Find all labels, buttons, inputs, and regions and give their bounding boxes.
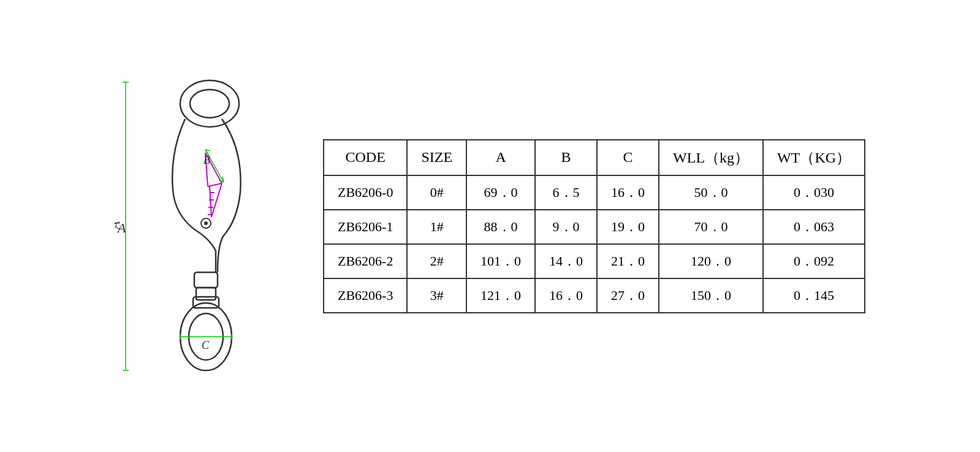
table-header-cell: A [466, 140, 535, 175]
svg-text:A: A [116, 220, 126, 236]
table-cell: 19．0 [597, 210, 659, 244]
table-cell: 88．0 [466, 210, 535, 244]
table-cell: ZB6206-3 [324, 278, 407, 313]
table-cell: 14．0 [535, 244, 597, 278]
table-cell: 70．0 [659, 210, 763, 244]
table-cell: 0．030 [763, 175, 865, 210]
svg-text:C: C [202, 339, 210, 351]
table-cell: ZB6206-2 [324, 244, 407, 278]
table-header-cell: WT（KG） [763, 140, 865, 175]
table-cell: 101．0 [466, 244, 535, 278]
specs-table-container: CODESIZEABCWLL（kg）WT（KG） ZB6206-00#69．06… [323, 139, 865, 313]
svg-point-5 [180, 80, 239, 127]
svg-line-15 [210, 186, 211, 217]
table-cell: 1# [407, 210, 466, 244]
table-cell: ZB6206-1 [324, 210, 407, 244]
table-row: ZB6206-22#101．014．021．0120．00．092 [324, 244, 865, 278]
table-header-cell: WLL（kg） [659, 140, 763, 175]
table-cell: 120．0 [659, 244, 763, 278]
table-cell: 0．063 [763, 210, 865, 244]
table-cell: ZB6206-0 [324, 175, 407, 210]
table-header-cell: SIZE [407, 140, 466, 175]
table-cell: 2# [407, 244, 466, 278]
svg-point-6 [190, 90, 229, 118]
table-cell: 50．0 [659, 175, 763, 210]
svg-rect-7 [194, 272, 218, 288]
table-cell: 3# [407, 278, 466, 313]
svg-point-32 [204, 221, 208, 225]
table-cell: 150．0 [659, 278, 763, 313]
specs-table: CODESIZEABCWLL（kg）WT（KG） ZB6206-00#69．06… [323, 139, 865, 313]
product-diagram: A A [115, 55, 286, 398]
table-cell: 0．145 [763, 278, 865, 313]
main-container: A A [90, 30, 890, 423]
svg-line-14 [208, 183, 222, 186]
table-cell: 9．0 [535, 210, 597, 244]
table-header-cell: B [535, 140, 597, 175]
table-cell: 0．092 [763, 244, 865, 278]
table-cell: 21．0 [597, 244, 659, 278]
table-row: ZB6206-33#121．016．027．0150．00．145 [324, 278, 865, 313]
table-cell: 16．0 [597, 175, 659, 210]
table-header-row: CODESIZEABCWLL（kg）WT（KG） [324, 140, 865, 175]
svg-text:B: B [203, 154, 210, 166]
table-cell: 27．0 [597, 278, 659, 313]
table-row: ZB6206-11#88．09．019．070．00．063 [324, 210, 865, 244]
svg-rect-8 [196, 288, 216, 300]
table-row: ZB6206-00#69．06．516．050．00．030 [324, 175, 865, 210]
table-cell: 16．0 [535, 278, 597, 313]
table-cell: 6．5 [535, 175, 597, 210]
table-header-cell: C [597, 140, 659, 175]
table-cell: 121．0 [466, 278, 535, 313]
table-cell: 0# [407, 175, 466, 210]
table-cell: 69．0 [466, 175, 535, 210]
table-header-cell: CODE [324, 140, 407, 175]
